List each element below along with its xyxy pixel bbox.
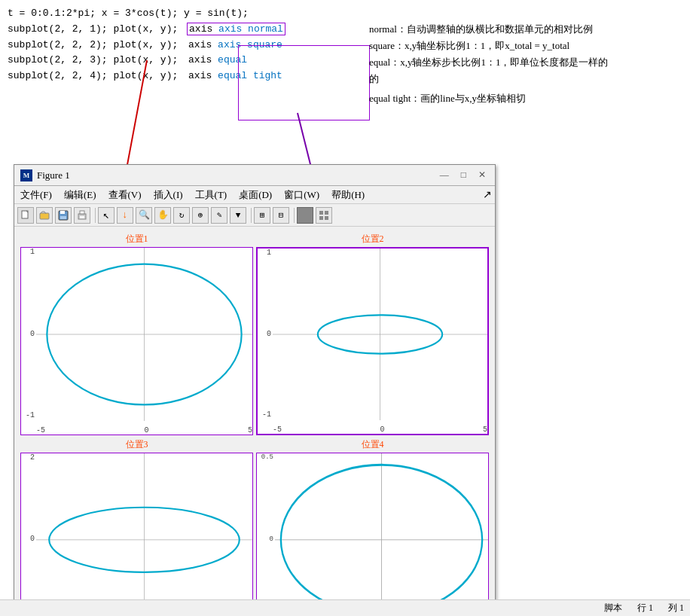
tb-tile[interactable]: ⊟ bbox=[273, 207, 289, 224]
axis-cmd-square: axis axis square bbox=[187, 39, 284, 50]
exp-line-4: equal tight：画的line与x,y坐标轴相切 bbox=[369, 90, 670, 107]
figure-toolbar: ↖ ↓ 🔍 ✋ ↻ ⊕ ✎ ▼ ⊞ ⊟ bbox=[14, 204, 495, 227]
tb-zoom-in[interactable]: 🔍 bbox=[136, 207, 152, 224]
subplot-2-xlabel: -5 0 5 bbox=[273, 425, 487, 434]
minimize-button[interactable]: — bbox=[437, 169, 452, 181]
tb-save[interactable] bbox=[55, 207, 72, 224]
status-row: 行 1 bbox=[637, 602, 653, 614]
axis-cmd-box-normal: axis axis normal bbox=[187, 23, 285, 35]
tb-brush[interactable]: ✎ bbox=[211, 207, 227, 224]
close-button[interactable]: ✕ bbox=[475, 169, 489, 181]
axis-square-text: axis square bbox=[218, 39, 282, 50]
status-label: 脚本 bbox=[604, 602, 622, 614]
titlebar-buttons: — □ ✕ bbox=[437, 169, 489, 181]
menu-desktop[interactable]: 桌面(D) bbox=[236, 187, 275, 203]
svg-rect-12 bbox=[319, 216, 323, 220]
axis-tight-text: equal tight bbox=[218, 70, 282, 81]
tb-link[interactable]: ⊞ bbox=[254, 207, 270, 224]
matlab-icon: M bbox=[20, 169, 32, 181]
tb-gray[interactable] bbox=[297, 207, 313, 224]
svg-rect-8 bbox=[80, 211, 84, 214]
subplot-4-title: 位置4 bbox=[362, 438, 384, 451]
figure-titlebar: M Figure 1 — □ ✕ bbox=[14, 165, 495, 186]
tb-sep2 bbox=[249, 208, 252, 223]
subplot-2-title: 位置2 bbox=[362, 233, 384, 245]
menu-insert[interactable]: 插入(I) bbox=[151, 187, 186, 203]
subplot-4-plot: 0.5 0 -0.5 -2 0 2 bbox=[256, 453, 489, 616]
subplot-3-title: 位置3 bbox=[126, 438, 148, 451]
svg-rect-5 bbox=[60, 211, 65, 214]
svg-rect-10 bbox=[319, 211, 323, 215]
subplot-2-svg bbox=[273, 249, 487, 420]
subplot-1-xlabel: -5 0 5 bbox=[36, 426, 252, 435]
code-pre-2: subplot(2, 2, 1); plot(x, y); bbox=[8, 23, 178, 35]
figure-plots: 位置1 1 0 -1 -5 0 bbox=[14, 227, 495, 600]
axis-cmd-equal: axis equal bbox=[187, 54, 249, 66]
exp-line-1: normal：自动调整轴的纵横比和数据单元的相对比例 bbox=[369, 21, 670, 38]
figure-title: Figure 1 bbox=[37, 169, 437, 181]
menu-window[interactable]: 窗口(W) bbox=[281, 187, 322, 203]
exp-line-3: equal：x,y轴坐标步长比例1：1，即单位长度都是一样的 bbox=[369, 54, 670, 71]
subplot-4-ylabel: 0.5 0 -0.5 bbox=[257, 453, 275, 616]
tb-sep1 bbox=[93, 208, 96, 223]
menu-view[interactable]: 查看(V) bbox=[105, 187, 145, 203]
tb-print[interactable] bbox=[74, 207, 90, 224]
figure-window: M Figure 1 — □ ✕ 文件(F) 编辑(E) 查看(V) 插入(I)… bbox=[14, 164, 496, 601]
menu-edit[interactable]: 编辑(E) bbox=[61, 187, 99, 203]
code-pre-3: subplot(2, 2, 2); plot(x, y); bbox=[8, 39, 178, 50]
subplot-1-svg bbox=[36, 248, 252, 421]
svg-rect-3 bbox=[40, 213, 49, 219]
maximize-button[interactable]: □ bbox=[458, 169, 469, 181]
subplot-1-plot: 1 0 -1 -5 0 5 bbox=[20, 247, 253, 435]
menu-help[interactable]: 帮助(H) bbox=[328, 187, 368, 203]
subplot-3-plot: 2 0 -2 -2 0 2 bbox=[20, 453, 253, 616]
exp-line-2: square：x,y轴坐标比例1：1，即x_total = y_total bbox=[369, 38, 670, 54]
figure-menubar: 文件(F) 编辑(E) 查看(V) 插入(I) 工具(T) 桌面(D) 窗口(W… bbox=[14, 186, 495, 204]
subplot-3: 位置3 2 0 -2 -2 0 2 bbox=[20, 438, 253, 616]
axis-normal-text: axis normal bbox=[218, 23, 283, 35]
code-text-1: t = 0:0.1:2*pi; x = 3*cos(t); y = sin(t)… bbox=[8, 8, 249, 19]
code-pre-4: subplot(2, 2, 3); plot(x, y); bbox=[8, 54, 178, 66]
menu-file[interactable]: 文件(F) bbox=[17, 187, 55, 203]
tb-dropdown[interactable]: ▼ bbox=[230, 207, 246, 224]
subplot-2-ylabel: 1 0 -1 bbox=[258, 249, 273, 419]
svg-rect-6 bbox=[60, 216, 66, 219]
tb-data[interactable]: ⊕ bbox=[192, 207, 209, 224]
subplot-3-ylabel: 2 0 -2 bbox=[21, 453, 36, 616]
status-col: 列 1 bbox=[668, 602, 684, 614]
statusbar: 脚本 行 1 列 1 bbox=[0, 599, 690, 616]
subplot-1-ylabel: 1 0 -1 bbox=[21, 248, 36, 419]
axis-equal-text: equal bbox=[218, 54, 247, 66]
tb-hand[interactable]: ✋ bbox=[154, 207, 171, 224]
subplot-2-plot: 1 0 -1 -5 0 5 bbox=[256, 247, 489, 435]
code-line-1: t = 0:0.1:2*pi; x = 3*cos(t); y = sin(t)… bbox=[8, 6, 682, 22]
menu-tools[interactable]: 工具(T) bbox=[192, 187, 231, 203]
subplot-1: 位置1 1 0 -1 -5 0 bbox=[20, 233, 253, 435]
subplot-4-svg bbox=[275, 453, 488, 616]
menu-arrow: ↗ bbox=[483, 188, 492, 201]
exp-line-3b: 的 bbox=[369, 71, 670, 87]
subplot-1-title: 位置1 bbox=[126, 233, 148, 245]
code-pre-5: subplot(2, 2, 4); plot(x, y); bbox=[8, 70, 178, 81]
svg-rect-13 bbox=[325, 216, 328, 220]
axis-cmd-tight: axis equal tight bbox=[187, 70, 284, 81]
subplot-2: 位置2 1 0 -1 -5 0 5 bbox=[256, 233, 489, 435]
tb-sep3 bbox=[292, 208, 295, 223]
subplot-3-svg bbox=[36, 453, 252, 616]
tb-zoom-in-arrow[interactable]: ↓ bbox=[117, 207, 133, 224]
tb-open[interactable] bbox=[36, 207, 53, 224]
tb-new[interactable] bbox=[17, 207, 34, 224]
svg-rect-9 bbox=[80, 216, 84, 218]
tb-rotate[interactable]: ↻ bbox=[173, 207, 190, 224]
tb-grid[interactable] bbox=[316, 207, 332, 224]
svg-rect-11 bbox=[325, 211, 328, 215]
tb-select[interactable]: ↖ bbox=[98, 207, 114, 224]
subplot-4: 位置4 0.5 0 -0.5 -2 0 2 bbox=[256, 438, 489, 616]
explanation-panel: normal：自动调整轴的纵横比和数据单元的相对比例 square：x,y轴坐标… bbox=[369, 21, 670, 107]
